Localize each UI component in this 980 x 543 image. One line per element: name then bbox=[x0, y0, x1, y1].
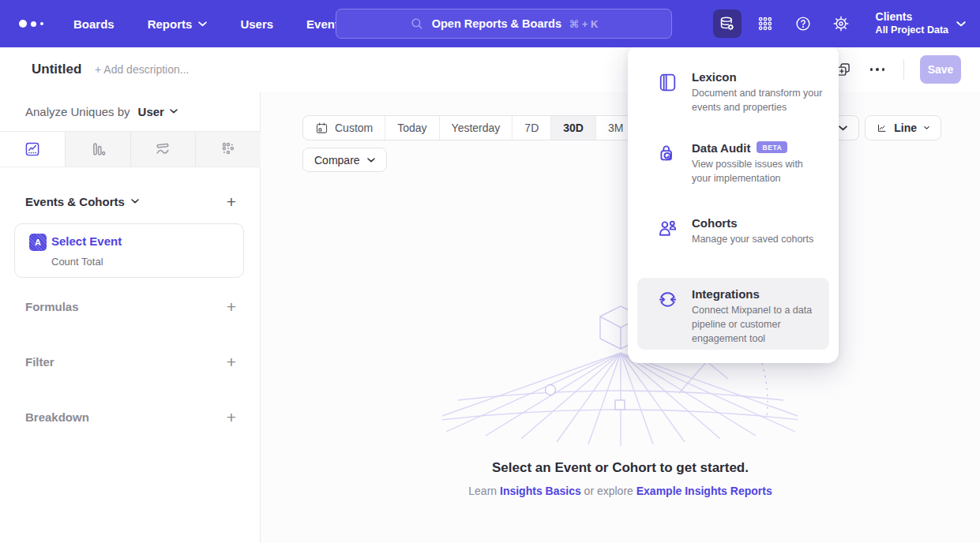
date-range-label: Today bbox=[397, 122, 426, 134]
menu-item-title: Cohorts bbox=[692, 216, 738, 230]
menu-item-description: Manage your saved cohorts bbox=[692, 233, 813, 247]
compare-label: Compare bbox=[314, 154, 360, 167]
event-badge: A bbox=[29, 234, 47, 251]
search-label: Open Reports & Boards bbox=[432, 17, 561, 30]
insights-basics-link[interactable]: Insights Basics bbox=[500, 485, 581, 497]
more-options-button[interactable] bbox=[867, 65, 888, 74]
database-gear-icon bbox=[718, 15, 736, 33]
date-range-30d[interactable]: 30D bbox=[550, 116, 595, 140]
mixpanel-logo[interactable] bbox=[19, 20, 43, 28]
audit-icon bbox=[657, 143, 678, 164]
chevron-down-icon bbox=[839, 125, 847, 131]
project-selector[interactable]: Clients All Project Data bbox=[876, 10, 966, 36]
chart-style-label: Line bbox=[894, 122, 917, 134]
calendar-icon bbox=[315, 122, 329, 135]
analyze-row: Analyze Uniques by User bbox=[25, 92, 178, 131]
data-management-menu: Lexicon Document and transform your even… bbox=[628, 45, 839, 363]
search-shortcut: ⌘ + K bbox=[569, 18, 598, 30]
line-chart-icon bbox=[877, 121, 887, 136]
menu-item-lexicon[interactable]: Lexicon Document and transform your even… bbox=[657, 70, 824, 115]
chevron-down-icon bbox=[924, 125, 929, 130]
menu-item-description: View possible issues with your implement… bbox=[692, 158, 824, 186]
date-range-yesterday[interactable]: Yesterday bbox=[439, 116, 513, 140]
gear-icon bbox=[832, 15, 850, 32]
breakdown-label: Breakdown bbox=[25, 410, 89, 424]
date-range-label: 7D bbox=[524, 122, 539, 134]
date-range-custom[interactable]: Custom bbox=[303, 116, 385, 140]
insights-line-icon bbox=[24, 140, 41, 158]
flow-chart-icon bbox=[154, 140, 171, 158]
book-icon bbox=[657, 72, 678, 93]
menu-item-integrations[interactable]: Integrations Connect Mixpanel to a data … bbox=[657, 287, 824, 346]
chevron-down-icon bbox=[131, 199, 139, 204]
top-navbar: Boards Reports Users Events Open Reports… bbox=[0, 0, 980, 47]
events-cohorts-dropdown[interactable]: Events & Cohorts bbox=[25, 195, 139, 208]
help-button[interactable] bbox=[789, 9, 817, 38]
report-header-actions: Save bbox=[835, 47, 962, 92]
chart-type-tabs bbox=[0, 131, 261, 167]
chevron-down-icon bbox=[956, 21, 966, 27]
navbar-right: Clients All Project Data bbox=[713, 0, 966, 47]
date-range-control: Custom Today Yesterday 7D 30D 3M 6M bbox=[302, 115, 676, 140]
query-sidebar: Analyze Uniques by User bbox=[0, 92, 261, 543]
analyze-label: Analyze Uniques by bbox=[25, 105, 130, 118]
project-label: Clients bbox=[876, 10, 948, 24]
filter-row: Filter + bbox=[25, 352, 236, 371]
menu-item-title: Integrations bbox=[692, 287, 760, 301]
users-icon bbox=[657, 218, 678, 239]
menu-item-cohorts[interactable]: Cohorts Manage your saved cohorts bbox=[657, 216, 824, 247]
nav-item-boards[interactable]: Boards bbox=[73, 17, 115, 31]
events-cohorts-row: Events & Cohorts + bbox=[25, 190, 236, 212]
tab-metrics-grid[interactable] bbox=[195, 132, 261, 167]
date-range-label: 30D bbox=[563, 122, 584, 134]
nav-item-reports[interactable]: Reports bbox=[148, 17, 208, 31]
compare-dropdown[interactable]: Compare bbox=[302, 148, 387, 172]
menu-item-data-audit[interactable]: Data Audit BETA View possible issues wit… bbox=[657, 141, 824, 186]
date-range-label: Yesterday bbox=[452, 122, 501, 134]
beta-badge: BETA bbox=[757, 141, 787, 153]
tab-bar-chart[interactable] bbox=[65, 132, 130, 167]
chevron-down-icon bbox=[367, 158, 375, 163]
data-management-button[interactable] bbox=[713, 9, 742, 38]
add-description-field[interactable]: + Add description... bbox=[95, 63, 189, 76]
empty-state-title: Select an Event or Cohort to get started… bbox=[261, 460, 980, 476]
apps-grid-button[interactable] bbox=[751, 9, 779, 38]
filter-label: Filter bbox=[25, 355, 54, 369]
menu-item-title: Lexicon bbox=[692, 70, 737, 84]
divider bbox=[903, 59, 904, 80]
global-search-button[interactable]: Open Reports & Boards ⌘ + K bbox=[336, 9, 672, 39]
analyze-value-dropdown[interactable]: User bbox=[138, 105, 178, 118]
tab-flow-chart[interactable] bbox=[130, 132, 196, 167]
settings-button[interactable] bbox=[827, 9, 855, 38]
add-filter-button[interactable]: + bbox=[227, 354, 236, 370]
chart-style-dropdown[interactable]: Line bbox=[865, 115, 941, 140]
date-range-today[interactable]: Today bbox=[385, 116, 438, 140]
nav-item-label: Reports bbox=[148, 17, 193, 31]
events-cohorts-label: Events & Cohorts bbox=[25, 195, 125, 208]
menu-item-description: Connect Mixpanel to a data pipeline or c… bbox=[692, 304, 824, 346]
formulas-label: Formulas bbox=[25, 300, 79, 313]
save-button[interactable]: Save bbox=[920, 55, 961, 84]
metrics-grid-icon bbox=[220, 140, 237, 158]
nav-item-users[interactable]: Users bbox=[240, 17, 273, 31]
help-icon bbox=[794, 15, 812, 32]
empty-state-text: Learn bbox=[468, 485, 497, 497]
report-title[interactable]: Untitled bbox=[32, 62, 81, 77]
tab-insights-line[interactable] bbox=[0, 132, 65, 167]
apps-grid-icon bbox=[757, 15, 774, 32]
empty-state-text: or explore bbox=[584, 485, 633, 497]
chevron-down-icon bbox=[170, 109, 178, 114]
date-range-label: Custom bbox=[335, 122, 373, 134]
example-reports-link[interactable]: Example Insights Reports bbox=[636, 485, 772, 497]
add-event-button[interactable]: + bbox=[227, 193, 236, 210]
add-breakdown-button[interactable]: + bbox=[227, 409, 236, 425]
analyze-value: User bbox=[138, 105, 164, 118]
sync-icon bbox=[657, 289, 678, 310]
select-event-card[interactable]: A Select Event Count Total bbox=[14, 223, 244, 278]
date-range-7d[interactable]: 7D bbox=[512, 116, 550, 140]
add-formula-button[interactable]: + bbox=[227, 298, 236, 315]
chevron-down-icon bbox=[198, 21, 207, 27]
formulas-row: Formulas + bbox=[25, 297, 236, 316]
search-icon bbox=[410, 17, 424, 31]
chart-canvas: Custom Today Yesterday 7D 30D 3M 6M Comp… bbox=[261, 92, 980, 543]
